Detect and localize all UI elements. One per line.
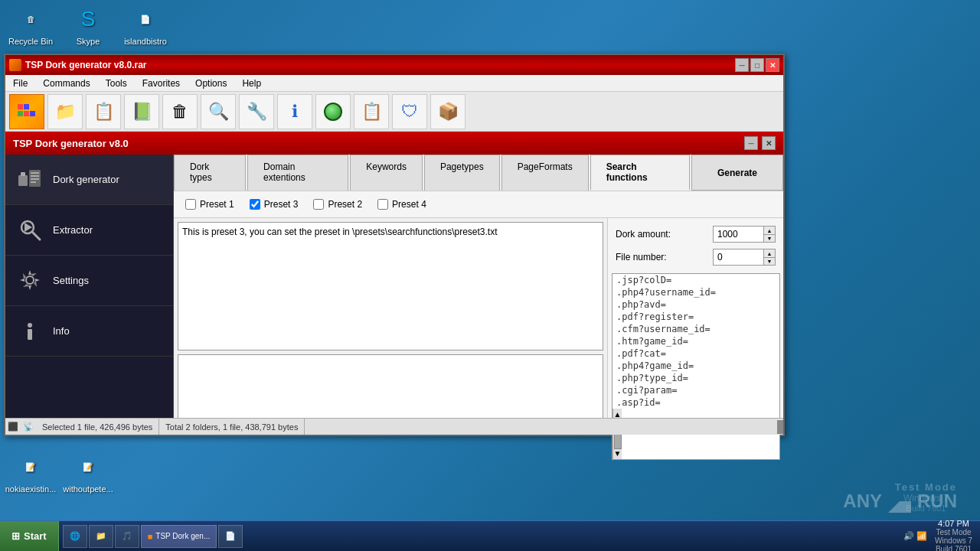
list-item[interactable]: .php4?game_id=: [612, 360, 779, 372]
menu-favorites[interactable]: Favorites: [135, 77, 188, 90]
islandbistro-icon[interactable]: 📄 islandbistro: [119, 4, 172, 46]
list-item[interactable]: .pdf?register=: [612, 311, 779, 323]
close-button[interactable]: ✕: [766, 58, 779, 72]
toolbar-btn-1[interactable]: [9, 94, 44, 129]
taskbar-items: 🌐 📁 🎵 ■ TSP Dork gen... 📄: [59, 521, 896, 551]
list-item[interactable]: .jsp?colD=: [612, 274, 779, 286]
taskbar-item-explorer[interactable]: 📁: [89, 525, 113, 548]
list-item[interactable]: .cfm?username_id=: [612, 323, 779, 335]
sidebar-item-settings[interactable]: Settings: [5, 256, 173, 306]
toolbar-btn-7[interactable]: 🔧: [239, 94, 274, 129]
tab-domain-extentions[interactable]: Domain extentions: [247, 155, 348, 191]
preset3-label[interactable]: Preset 3: [264, 199, 299, 210]
dork-amount-down[interactable]: ▼: [764, 234, 775, 242]
toolbar-btn-6[interactable]: 🔍: [201, 94, 236, 129]
nokia-doc-icon[interactable]: 📝 nokiaexistin...: [4, 452, 57, 494]
toolbar-icon-1: [16, 101, 38, 122]
taskbar-item-dork[interactable]: ■ TSP Dork gen...: [141, 525, 217, 548]
list-item[interactable]: .php?avd=: [612, 298, 779, 311]
preset1-checkbox[interactable]: [185, 199, 196, 210]
generate-button[interactable]: Generate: [691, 155, 783, 191]
taskbar-item-other[interactable]: 📄: [218, 525, 243, 548]
preset-text-area[interactable]: This is preset 3, you can set the preset…: [178, 222, 603, 350]
list-item[interactable]: .cgi?param=: [612, 384, 779, 396]
toolbar-btn-8[interactable]: ℹ: [277, 94, 312, 129]
app-header: TSP Dork generator v8.0 ─ ✕: [5, 132, 783, 155]
sidebar-item-dork-generator[interactable]: Dork generator: [5, 155, 173, 205]
menu-bar: File Commands Tools Favorites Options He…: [5, 75, 783, 92]
minimize-button[interactable]: ─: [735, 58, 749, 72]
tab-pageformats[interactable]: PageFormats: [501, 155, 589, 191]
sidebar-item-extractor[interactable]: Extractor: [5, 205, 173, 256]
status-bar: ⬛ 📡 Selected 1 file, 426,496 bytes Total…: [5, 418, 783, 435]
tab-dork-types[interactable]: Dork types: [174, 155, 246, 191]
system-tray: 🔊 📶: [903, 531, 927, 541]
svg-rect-3: [18, 111, 23, 116]
preset3-checkbox[interactable]: [250, 199, 260, 210]
taskbar-item-media[interactable]: 🎵: [115, 525, 139, 548]
toolbar-btn-12[interactable]: 📦: [430, 94, 466, 129]
settings-icon: [17, 267, 44, 294]
app-icon: [9, 59, 21, 71]
list-item[interactable]: .asp?id=: [612, 396, 779, 409]
app-window: TSP Dork generator v8.0.rar ─ □ ✕ File C…: [4, 54, 785, 436]
toolbar: 📁 📋 📗 🗑 🔍 🔧 ℹ 📋: [5, 92, 783, 132]
dork-amount-up[interactable]: ▲: [764, 227, 775, 234]
preset2-label[interactable]: Preset 2: [328, 199, 362, 210]
main-panel: Dork types Domain extentions Keywords Pa…: [174, 155, 783, 435]
toolbar-btn-4[interactable]: 📗: [124, 94, 159, 129]
other-icon: 📄: [225, 531, 236, 541]
status-icon-1: ⬛: [5, 422, 21, 432]
withoutpete-doc-icon[interactable]: 📝 withoutpete...: [61, 452, 115, 494]
status-resize[interactable]: [777, 420, 783, 434]
ie-icon: 🌐: [70, 531, 80, 541]
delete-icon: 🗑: [169, 101, 191, 122]
preset3-item: Preset 3: [250, 199, 299, 210]
app-close-button[interactable]: ✕: [762, 136, 776, 150]
taskbar: ⊞ Start 🌐 📁 🎵 ■ TSP Dork gen... 📄 🔊 📶: [0, 520, 980, 551]
preset1-item: Preset 1: [185, 199, 234, 210]
dork-controls: Dork amount: ▲ ▼ File n: [608, 218, 783, 273]
restore-button[interactable]: □: [750, 58, 764, 72]
toolbar-btn-5[interactable]: 🗑: [162, 94, 198, 129]
file-number-input[interactable]: [714, 249, 763, 265]
toolbar-btn-9[interactable]: [315, 94, 351, 129]
toolbar-btn-3[interactable]: 📋: [86, 94, 121, 129]
menu-commands[interactable]: Commands: [35, 77, 97, 90]
tab-pagetypes[interactable]: Pagetypes: [424, 155, 500, 191]
list-item[interactable]: .php4?username_id=: [612, 286, 779, 298]
preset2-checkbox[interactable]: [313, 199, 324, 210]
skype-icon[interactable]: S Skype: [61, 4, 115, 46]
menu-help[interactable]: Help: [234, 77, 269, 90]
start-button[interactable]: ⊞ Start: [0, 521, 59, 551]
list-item[interactable]: .php?type_id=: [612, 372, 779, 384]
toolbar-btn-11[interactable]: 🛡: [392, 94, 427, 129]
menu-file[interactable]: File: [5, 77, 35, 90]
list-item[interactable]: .pdf?cat=: [612, 347, 779, 360]
svg-rect-6: [18, 175, 28, 186]
center-panel: This is preset 3, you can set the preset…: [174, 218, 607, 435]
recycle-bin-icon[interactable]: 🗑 Recycle Bin: [4, 4, 57, 46]
menu-tools[interactable]: Tools: [98, 77, 135, 90]
svg-rect-17: [28, 329, 32, 340]
toolbar-btn-10[interactable]: 📋: [354, 94, 389, 129]
list-item[interactable]: .htm?game_id=: [612, 335, 779, 347]
toolbar-btn-2[interactable]: 📁: [47, 94, 83, 129]
dork-amount-input[interactable]: [714, 227, 763, 242]
status-icon-2: 📡: [21, 422, 36, 432]
dork-amount-label: Dork amount:: [616, 229, 671, 240]
preset1-label[interactable]: Preset 1: [200, 199, 234, 210]
svg-rect-7: [21, 172, 25, 176]
menu-options[interactable]: Options: [188, 77, 234, 90]
tab-search-functions[interactable]: Search functions: [590, 155, 690, 191]
app-minimize-button[interactable]: ─: [744, 136, 758, 150]
preset4-checkbox[interactable]: [377, 199, 388, 210]
taskbar-item-ie[interactable]: 🌐: [63, 525, 87, 548]
sidebar-item-info[interactable]: Info: [5, 306, 173, 357]
tab-keywords[interactable]: Keywords: [350, 155, 423, 191]
file-number-up[interactable]: ▲: [764, 249, 775, 257]
scrollbar-down[interactable]: ▼: [614, 449, 622, 458]
file-number-down[interactable]: ▼: [764, 257, 775, 265]
preset4-label[interactable]: Preset 4: [392, 199, 426, 210]
svg-rect-2: [30, 104, 35, 109]
